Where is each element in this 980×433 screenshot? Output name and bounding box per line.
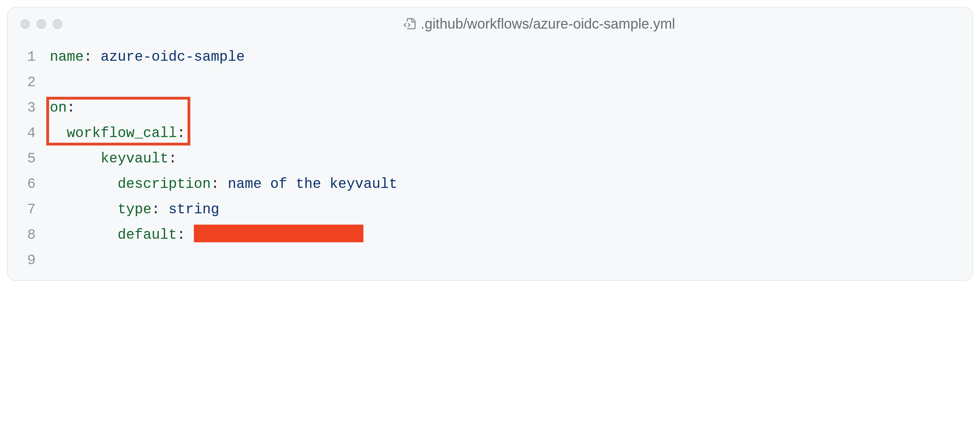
zoom-icon[interactable] [52,19,62,29]
code-line: 8 default: [7,223,973,248]
code-area: 1name: azure-oidc-sample23on:4 workflow_… [7,36,973,280]
code-container: 1name: azure-oidc-sample23on:4 workflow_… [7,36,973,280]
redacted-value [194,224,363,242]
line-number: 9 [7,248,50,273]
line-number: 1 [7,45,50,70]
line-number: 6 [7,172,50,197]
line-number: 3 [7,96,50,121]
code-content: workflow_call: [50,121,185,146]
file-path-text: .github/workflows/azure-oidc-sample.yml [421,16,675,32]
line-number: 2 [7,70,50,96]
line-number: 8 [7,223,50,248]
code-content: name: azure-oidc-sample [50,45,245,70]
code-line: 7 type: string [7,197,973,223]
code-content: description: name of the keyvault [50,172,397,197]
line-number: 7 [7,197,50,223]
code-content: on: [50,96,75,121]
close-icon[interactable] [20,19,30,29]
code-line: 3on: [7,96,973,121]
line-number: 5 [7,146,50,172]
code-content: keyvault: [50,146,177,172]
window-controls [20,19,62,29]
code-window: .github/workflows/azure-oidc-sample.yml … [7,7,973,281]
window-titlebar: .github/workflows/azure-oidc-sample.yml [7,7,973,36]
code-line: 6 description: name of the keyvault [7,172,973,197]
code-line: 5 keyvault: [7,146,973,172]
minimize-icon[interactable] [37,19,46,29]
code-content: type: string [50,197,219,223]
file-code-icon [404,17,416,31]
code-content: default: [50,223,363,248]
code-line: 1name: azure-oidc-sample [7,45,973,70]
code-line: 2 [7,70,973,96]
file-path-label: .github/workflows/azure-oidc-sample.yml [404,16,675,32]
code-line: 4 workflow_call: [7,121,973,146]
line-number: 4 [7,121,50,146]
code-line: 9 [7,248,973,273]
